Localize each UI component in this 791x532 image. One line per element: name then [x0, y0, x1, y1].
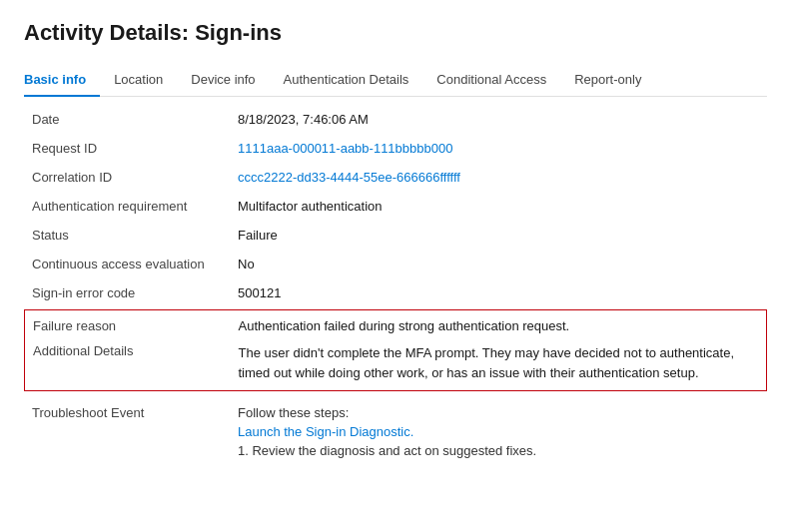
field-value: Multifactor authentication — [234, 192, 767, 221]
highlighted-table: Failure reason Authentication failed dur… — [24, 309, 767, 391]
table-row: Request ID 1111aaa-000011-aabb-111bbbbb0… — [24, 134, 767, 163]
field-label: Failure reason — [25, 310, 235, 340]
table-row: Correlation ID cccc2222-dd33-4444-55ee-6… — [24, 163, 767, 192]
highlighted-row-failure: Failure reason Authentication failed dur… — [25, 310, 767, 340]
field-label: Authentication requirement — [24, 192, 234, 221]
field-value: No — [234, 250, 767, 278]
tab-report-only[interactable]: Report-only — [560, 64, 655, 97]
field-value: Failure — [234, 221, 767, 250]
info-table: Date 8/18/2023, 7:46:06 AM Request ID 11… — [24, 105, 767, 307]
tab-content: Date 8/18/2023, 7:46:06 AM Request ID 11… — [24, 97, 767, 465]
troubleshoot-content-block: Follow these steps: Launch the Sign-in D… — [238, 405, 763, 458]
tab-basic-info[interactable]: Basic info — [24, 64, 100, 97]
tab-location[interactable]: Location — [100, 64, 177, 97]
field-label: Date — [24, 105, 234, 134]
launch-diagnostic-link[interactable]: Launch the Sign-in Diagnostic. — [238, 424, 763, 439]
table-row: Sign-in error code 500121 — [24, 278, 767, 307]
tab-device-info[interactable]: Device info — [177, 64, 269, 97]
field-value: Authentication failed during strong auth… — [235, 310, 767, 340]
review-text: 1. Review the diagnosis and act on sugge… — [238, 443, 763, 458]
field-label: Continuous access evaluation — [24, 250, 234, 278]
main-container: Activity Details: Sign-ins Basic info Lo… — [0, 0, 791, 532]
field-label: Additional Details — [25, 339, 235, 391]
table-row: Authentication requirement Multifactor a… — [24, 192, 767, 221]
troubleshoot-row: Troubleshoot Event Follow these steps: L… — [24, 399, 767, 465]
field-value: cccc2222-dd33-4444-55ee-666666ffffff — [234, 163, 767, 192]
troubleshoot-table: Troubleshoot Event Follow these steps: L… — [24, 399, 767, 465]
field-value: 500121 — [234, 278, 767, 307]
table-row: Date 8/18/2023, 7:46:06 AM — [24, 105, 767, 134]
field-value: The user didn't complete the MFA prompt.… — [235, 339, 767, 391]
field-label: Request ID — [24, 134, 234, 163]
troubleshoot-label: Troubleshoot Event — [24, 399, 234, 465]
tab-auth-details[interactable]: Authentication Details — [270, 64, 423, 97]
highlighted-row-additional: Additional Details The user didn't compl… — [25, 339, 767, 391]
field-value: 8/18/2023, 7:46:06 AM — [234, 105, 767, 134]
field-label: Status — [24, 221, 234, 250]
tab-bar: Basic info Location Device info Authenti… — [24, 64, 767, 97]
correlation-id-link[interactable]: cccc2222-dd33-4444-55ee-666666ffffff — [238, 170, 460, 185]
field-label: Correlation ID — [24, 163, 234, 192]
table-row: Continuous access evaluation No — [24, 250, 767, 278]
field-label: Sign-in error code — [24, 278, 234, 307]
troubleshoot-content: Follow these steps: Launch the Sign-in D… — [234, 399, 767, 465]
request-id-link[interactable]: 1111aaa-000011-aabb-111bbbbb000 — [238, 141, 452, 156]
tab-conditional-access[interactable]: Conditional Access — [422, 64, 560, 97]
page-title: Activity Details: Sign-ins — [24, 20, 767, 46]
follow-steps-text: Follow these steps: — [238, 405, 763, 420]
field-value: 1111aaa-000011-aabb-111bbbbb000 — [234, 134, 767, 163]
table-row: Status Failure — [24, 221, 767, 250]
